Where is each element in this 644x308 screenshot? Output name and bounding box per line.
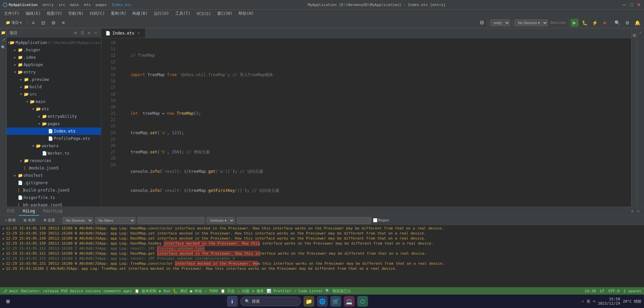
menu-code[interactable]: 代码(C) xyxy=(87,10,108,17)
right-icon-1[interactable]: ✓ xyxy=(638,30,644,36)
bottom-close-icon[interactable]: ✕ xyxy=(635,208,641,214)
tab-close-button[interactable]: × xyxy=(136,31,141,36)
tab-hilog[interactable]: HiLog xyxy=(19,207,39,216)
log-status[interactable]: 📋 日志 xyxy=(221,289,235,294)
log-line-3[interactable]: ▶ 12-29 15:43:05.150 20512-16100 W A0c0d… xyxy=(0,236,644,241)
activity-search[interactable]: 🔍 xyxy=(0,44,6,50)
inspector-status[interactable]: 🔍 预览器已点 xyxy=(325,289,351,294)
tree-preview[interactable]: ▶ 📁 .preview xyxy=(7,76,101,83)
menu-file[interactable]: 文件(F) xyxy=(1,10,22,17)
log-line-2[interactable]: ▶ 12-29 15:43:05.150 20512-16100 W A0c0d… xyxy=(0,231,644,236)
menu-vcs[interactable]: VCS(S) xyxy=(194,11,214,17)
config-icon[interactable]: ⚙ xyxy=(86,30,92,36)
tree-index-ets[interactable]: ▶ 📄 Index.ets xyxy=(7,127,101,135)
maximize-button[interactable]: □ xyxy=(629,2,634,7)
tree-gitignore[interactable]: ▶ 📄 .gitignore xyxy=(7,179,101,187)
log-line-9[interactable]: ▶ 12-29 15:43:16100 I A0c0d0/JSApp: app … xyxy=(0,266,644,271)
regex-label[interactable]: Regex xyxy=(373,218,389,222)
settings-button[interactable]: ⚙ xyxy=(49,19,57,27)
start-button[interactable]: ⊞ xyxy=(3,296,13,307)
close-panel-button[interactable]: ✕ xyxy=(59,19,67,27)
devices-select[interactable]: No Devices ▾ xyxy=(514,19,548,26)
tree-idea[interactable]: ▶ 📁 .idea xyxy=(7,54,101,61)
terminate-status[interactable]: ■ 终端 xyxy=(190,289,202,294)
charset[interactable]: UTF-8 xyxy=(608,289,619,293)
run-status[interactable]: ▶ Run xyxy=(159,289,170,293)
verbose-select[interactable]: Verbose ▾ xyxy=(206,217,235,224)
tree-src[interactable]: ▼ 📂 src xyxy=(7,91,101,98)
tree-build-profile[interactable]: ▶ { } build-profile.json5 xyxy=(7,187,101,194)
project-dropdown[interactable]: 📁 项目 ▾ xyxy=(3,19,25,27)
menu-build[interactable]: 构建(B) xyxy=(130,10,150,17)
log-line-5[interactable]: ▶ 12-29 15:43:05.151 20512-16100 I A0c0d… xyxy=(0,246,644,251)
tree-hvigor[interactable]: ▶ 📁 .hvigor xyxy=(7,46,101,54)
expand-icon[interactable]: ⊞ xyxy=(73,30,78,36)
bottom-settings-button[interactable]: ⚙ 设置 xyxy=(40,217,58,224)
tab-faultlog[interactable]: FaultLog xyxy=(39,207,66,216)
taskbar-store[interactable]: 🛒 xyxy=(330,296,341,307)
tree-resources[interactable]: ▶ 📁 resources xyxy=(7,157,101,164)
profiler-status[interactable]: 📊 Profiler xyxy=(267,289,291,293)
tree-ets[interactable]: ▼ 📂 ets xyxy=(7,105,101,113)
close-tree-icon[interactable]: ✕ xyxy=(93,30,98,36)
stop-button[interactable]: ■ xyxy=(601,19,609,27)
list-icon[interactable]: ☰ xyxy=(80,30,85,36)
menu-run[interactable]: 运行(U) xyxy=(151,10,172,17)
menu-edit[interactable]: 编辑(E) xyxy=(23,10,44,17)
notifications-button[interactable]: 🔔 xyxy=(633,19,641,27)
log-line-4[interactable]: ▶ 12-29 15:43:05.150 20512-16100 W A0c0d… xyxy=(0,241,644,246)
close-button[interactable]: ✕ xyxy=(637,2,641,7)
tree-workers[interactable]: ▼ 📂 workers xyxy=(7,142,101,150)
menu-navigate[interactable]: 导航(N) xyxy=(65,10,86,17)
profile-button[interactable]: ⚡ xyxy=(591,19,599,27)
taskbar-browser[interactable]: 🌐 xyxy=(317,296,328,307)
search-global-button[interactable]: 🔍 xyxy=(613,19,621,27)
version-control-button[interactable]: 📋 版本控制 xyxy=(135,289,156,294)
taskbar-folder[interactable]: 📁 xyxy=(304,296,314,307)
tree-worker-ts[interactable]: ▶ 📄 Worker.ts xyxy=(7,150,101,157)
cursor-position[interactable]: 24:30 xyxy=(585,289,596,293)
device-filter-select[interactable]: No Devices xyxy=(62,217,93,224)
codelinter-status[interactable]: ✓ Code Linter xyxy=(294,289,323,293)
log-line-8[interactable]: ▶ 12-29 15:43:05.151 20512-16100 W A0c0d… xyxy=(0,261,644,266)
tree-oh-package[interactable]: ▶ { } oh-package.json5 xyxy=(7,201,101,207)
tree-appscope[interactable]: ▶ 📁 AppScope xyxy=(7,61,101,68)
log-line-6[interactable]: ▶ 12-29 15:43:05.151 20512-16100 W A0c0d… xyxy=(0,251,644,256)
taskbar-search[interactable]: 🔍 搜索 xyxy=(240,297,301,306)
settings2-button[interactable]: ⚙ xyxy=(623,19,631,27)
taskbar-lang[interactable]: 英 xyxy=(587,299,590,304)
tab-log[interactable]: 日志 xyxy=(3,207,19,216)
activity-project[interactable]: 📁 xyxy=(0,30,6,36)
code-content[interactable]: // TreeMap import TreeMap from '@ohos.ut… xyxy=(118,38,631,207)
log-grep-input[interactable] xyxy=(237,217,371,224)
log-filter-select[interactable]: No filters xyxy=(95,217,135,224)
tree-module-json5[interactable]: ▶ { } module.json5 xyxy=(7,164,101,172)
regex-checkbox[interactable] xyxy=(373,218,377,222)
indent[interactable]: 2 spaces xyxy=(624,289,641,293)
line-ending[interactable]: LF xyxy=(600,289,604,293)
problem-status[interactable]: ⚠ 问题 xyxy=(237,289,249,294)
menu-view[interactable]: 视图(V) xyxy=(44,10,65,17)
menu-tools[interactable]: 工具(T) xyxy=(173,10,193,17)
taskbar-ide[interactable]: 💻 xyxy=(344,296,355,307)
tree-ohostest[interactable]: ▶ 📁 ohosTest xyxy=(7,172,101,179)
menu-window[interactable]: 窗口(W) xyxy=(215,10,235,17)
todo-status[interactable]: ✓ TODO xyxy=(204,289,218,293)
minimize-button[interactable]: ─ xyxy=(622,2,627,7)
taskbar-keyboard[interactable]: ⌨ xyxy=(593,299,595,304)
log-search-input[interactable] xyxy=(137,217,204,224)
bottom-settings-icon[interactable]: ⚙ xyxy=(629,208,635,214)
log-line-7[interactable]: ▶ 12-29 15:43:05.151 20512-16100 I A0c0d… xyxy=(0,256,644,261)
services-status[interactable]: ⚙ 服务 xyxy=(252,289,264,294)
taskbar-icon-1[interactable]: 🌡 xyxy=(227,296,238,307)
layout-button[interactable]: ⊞ 布局 xyxy=(20,217,38,224)
add-filter-button[interactable]: + 新增 xyxy=(2,217,18,224)
menu-refactor[interactable]: 重构(R) xyxy=(108,10,129,17)
tree-pages[interactable]: ▼ 📂 pages xyxy=(7,120,101,127)
tree-build[interactable]: ▶ 📁 build xyxy=(7,83,101,91)
gear-icon[interactable]: ⚙ xyxy=(478,19,486,27)
tree-root[interactable]: ▼ 📂 MyApplication E:\HarmonyOS\MyApplica… xyxy=(7,39,101,46)
status-git[interactable]: ⎇ main xyxy=(3,289,18,293)
expand-all-button[interactable]: ≡ xyxy=(29,19,37,27)
tree-entryability[interactable]: ▶ 📁 entryability xyxy=(7,113,101,120)
